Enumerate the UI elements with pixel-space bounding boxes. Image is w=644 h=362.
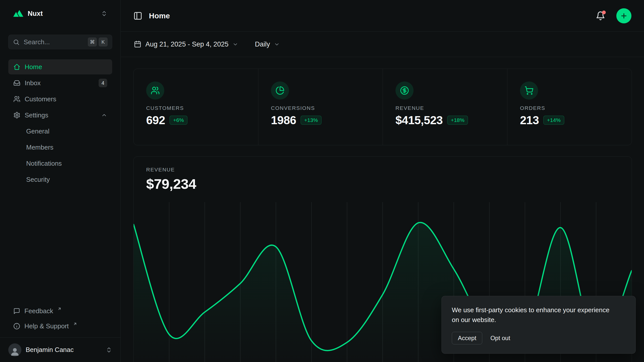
footer-link-label: Feedback xyxy=(24,307,53,315)
pie-chart-icon xyxy=(275,86,285,95)
sidebar-item-settings[interactable]: Settings xyxy=(8,108,112,123)
chevrons-up-down-icon xyxy=(106,347,112,353)
sidebar-item-inbox[interactable]: Inbox 4 xyxy=(8,75,112,90)
sidebar-item-settings-members[interactable]: Members xyxy=(8,140,112,155)
search-input[interactable]: Search... ⌘ K xyxy=(8,35,112,49)
app-root: Nuxt Search... ⌘ K Home Inbox 4 Cu xyxy=(0,0,644,362)
search-shortcut: ⌘ K xyxy=(88,37,108,47)
stat-card-customers[interactable]: CUSTOMERS 692 +6% xyxy=(134,69,258,145)
sidebar: Nuxt Search... ⌘ K Home Inbox 4 Cu xyxy=(0,0,121,362)
sidebar-item-label: Inbox xyxy=(25,79,41,87)
plus-icon xyxy=(620,12,628,20)
users-icon xyxy=(151,86,160,95)
help-support-link[interactable]: Help & Support xyxy=(8,319,112,333)
sidebar-item-label: Settings xyxy=(25,111,48,119)
sub-item-label: Notifications xyxy=(26,160,62,167)
dollar-circle-icon xyxy=(400,86,409,95)
stat-label: REVENUE xyxy=(395,105,502,111)
user-menu[interactable]: Benjamin Canac xyxy=(0,337,120,362)
stat-card-orders[interactable]: ORDERS 213 +14% xyxy=(507,69,632,145)
cart-icon xyxy=(525,86,534,95)
stat-value: $415,523 xyxy=(395,113,443,127)
chevrons-up-down-icon xyxy=(101,10,107,17)
stat-value: 692 xyxy=(146,113,165,127)
inbox-count-badge: 4 xyxy=(99,79,107,87)
stat-delta-badge: +13% xyxy=(301,116,321,125)
page-title: Home xyxy=(149,12,170,20)
stat-icon-circle xyxy=(395,81,414,100)
info-circle-icon xyxy=(13,323,20,330)
sidebar-nav: Home Inbox 4 Customers Settings General … xyxy=(8,59,112,187)
cookie-message: We use first-party cookies to enhance yo… xyxy=(452,305,610,325)
granularity-select[interactable]: Daily xyxy=(255,40,280,48)
users-icon xyxy=(13,96,20,103)
cookie-optout-button[interactable]: Opt out xyxy=(490,335,510,342)
workspace-switcher[interactable]: Nuxt xyxy=(8,6,112,22)
person-icon xyxy=(10,346,20,356)
stat-icon-circle xyxy=(271,81,289,100)
stat-card-revenue[interactable]: REVENUE $415,523 +18% xyxy=(383,69,507,145)
granularity-label: Daily xyxy=(255,40,270,48)
sidebar-item-home[interactable]: Home xyxy=(8,59,112,74)
stat-label: ORDERS xyxy=(520,105,627,111)
feedback-link[interactable]: Feedback xyxy=(8,304,112,318)
revenue-chart-header: REVENUE $79,234 xyxy=(134,157,632,192)
stat-icon-circle xyxy=(146,81,164,100)
stat-value: 213 xyxy=(520,113,539,127)
date-range-picker[interactable]: Aug 21, 2025 - Sep 4, 2025 xyxy=(134,40,238,48)
cookie-actions: Accept Opt out xyxy=(452,332,625,344)
stat-value: 1986 xyxy=(271,113,296,127)
sidebar-item-settings-notifications[interactable]: Notifications xyxy=(8,156,112,171)
user-name: Benjamin Canac xyxy=(26,346,74,354)
chevron-up-icon xyxy=(101,112,107,118)
notifications-button[interactable] xyxy=(596,11,605,21)
revenue-chart-value: $79,234 xyxy=(146,176,619,192)
search-placeholder: Search... xyxy=(24,38,84,46)
sidebar-item-settings-general[interactable]: General xyxy=(8,124,112,139)
stat-delta-badge: +6% xyxy=(170,116,187,125)
stat-delta-badge: +14% xyxy=(543,116,564,125)
home-icon xyxy=(13,63,20,70)
kbd-cmd: ⌘ xyxy=(88,37,97,47)
chat-bubble-icon xyxy=(13,308,20,314)
inbox-icon xyxy=(13,79,20,86)
cookie-banner: We use first-party cookies to enhance yo… xyxy=(441,296,636,354)
external-link-icon xyxy=(73,322,77,326)
avatar xyxy=(8,343,21,356)
stat-icon-circle xyxy=(520,81,538,100)
top-bar-actions xyxy=(596,8,631,23)
kbd-k: K xyxy=(99,37,108,47)
sub-item-label: Members xyxy=(26,144,53,151)
calendar-icon xyxy=(134,40,141,48)
sidebar-item-settings-security[interactable]: Security xyxy=(8,172,112,187)
external-link-icon xyxy=(57,307,62,311)
top-bar: Home xyxy=(121,0,644,32)
footer-link-label: Help & Support xyxy=(24,322,69,330)
revenue-chart-label: REVENUE xyxy=(146,167,619,173)
sidebar-item-label: Customers xyxy=(25,95,56,103)
filters-toolbar: Aug 21, 2025 - Sep 4, 2025 Daily xyxy=(121,32,644,57)
gear-icon xyxy=(13,112,20,119)
sub-item-label: General xyxy=(26,127,50,135)
sub-item-label: Security xyxy=(26,176,50,184)
stat-card-conversions[interactable]: CONVERSIONS 1986 +13% xyxy=(258,69,383,145)
sidebar-footer: Feedback Help & Support xyxy=(8,304,112,333)
search-icon xyxy=(13,39,20,46)
notification-dot xyxy=(602,11,606,14)
add-button[interactable] xyxy=(616,8,631,23)
stat-label: CUSTOMERS xyxy=(146,105,253,111)
chevron-down-icon xyxy=(232,41,238,47)
nuxt-logo-icon xyxy=(13,9,24,18)
stat-label: CONVERSIONS xyxy=(271,105,378,111)
workspace-name: Nuxt xyxy=(28,10,43,18)
date-range-label: Aug 21, 2025 - Sep 4, 2025 xyxy=(145,40,228,48)
cookie-accept-button[interactable]: Accept xyxy=(452,332,482,344)
sidebar-toggle-icon[interactable] xyxy=(133,11,142,20)
stat-delta-badge: +18% xyxy=(447,116,468,125)
sidebar-item-label: Home xyxy=(25,63,42,71)
stats-row: CUSTOMERS 692 +6% CONVERSIONS 1986 +13% xyxy=(133,69,632,145)
chevron-down-icon xyxy=(274,41,280,47)
sidebar-item-customers[interactable]: Customers xyxy=(8,92,112,107)
